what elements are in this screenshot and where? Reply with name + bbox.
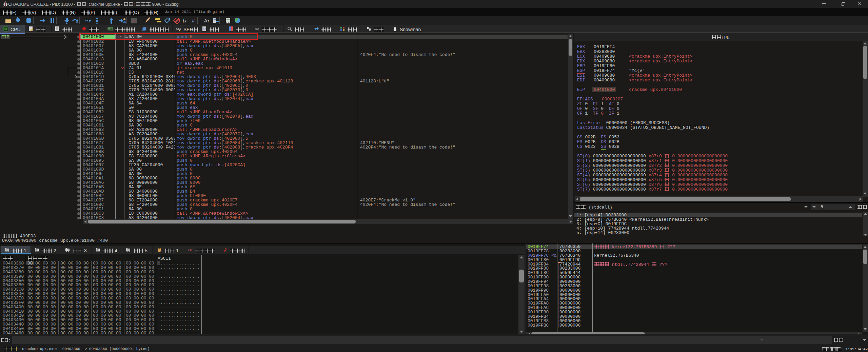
svg-text:S: S [133, 18, 135, 23]
svg-text:<>: <> [203, 27, 206, 31]
svg-text:z: z [208, 19, 209, 23]
svg-text:[x=]: [x=] [187, 249, 192, 252]
svg-text:A: A [204, 18, 208, 23]
svg-text:32: 32 [4, 28, 8, 31]
svg-text:fx: fx [183, 18, 186, 23]
svg-text:#: # [192, 18, 195, 23]
svg-text:<>: <> [255, 27, 259, 31]
